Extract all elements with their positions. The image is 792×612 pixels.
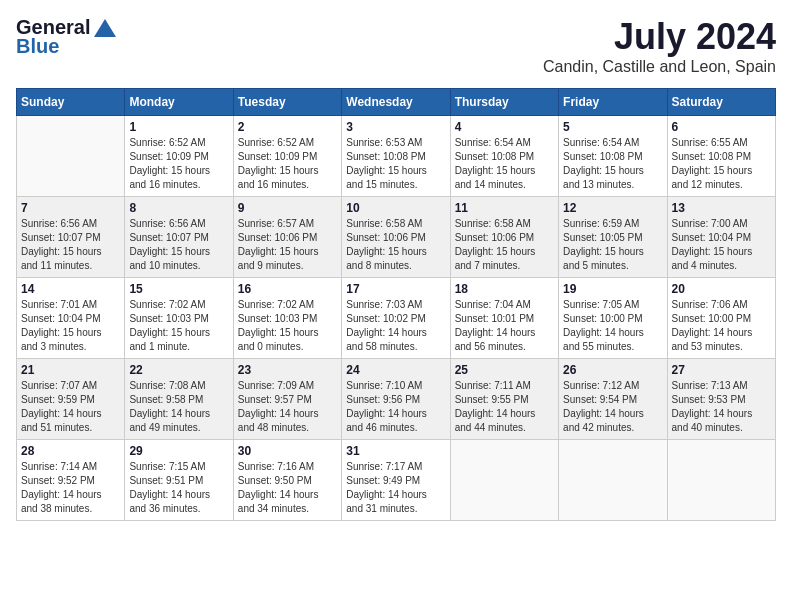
day-number: 19	[563, 282, 662, 296]
calendar-cell: 29Sunrise: 7:15 AMSunset: 9:51 PMDayligh…	[125, 440, 233, 521]
day-number: 18	[455, 282, 554, 296]
calendar-cell: 11Sunrise: 6:58 AMSunset: 10:06 PMDaylig…	[450, 197, 558, 278]
calendar-cell: 3Sunrise: 6:53 AMSunset: 10:08 PMDayligh…	[342, 116, 450, 197]
calendar-body: 1Sunrise: 6:52 AMSunset: 10:09 PMDayligh…	[17, 116, 776, 521]
calendar-header: SundayMondayTuesdayWednesdayThursdayFrid…	[17, 89, 776, 116]
title-block: July 2024 Candin, Castille and Leon, Spa…	[543, 16, 776, 84]
day-number: 10	[346, 201, 445, 215]
day-number: 28	[21, 444, 120, 458]
day-number: 27	[672, 363, 771, 377]
calendar-cell: 8Sunrise: 6:56 AMSunset: 10:07 PMDayligh…	[125, 197, 233, 278]
header-cell-tuesday: Tuesday	[233, 89, 341, 116]
calendar-table: SundayMondayTuesdayWednesdayThursdayFrid…	[16, 88, 776, 521]
calendar-cell: 20Sunrise: 7:06 AMSunset: 10:00 PMDaylig…	[667, 278, 775, 359]
day-number: 17	[346, 282, 445, 296]
day-info: Sunrise: 7:02 AMSunset: 10:03 PMDaylight…	[129, 298, 228, 354]
calendar-week-4: 21Sunrise: 7:07 AMSunset: 9:59 PMDayligh…	[17, 359, 776, 440]
day-number: 31	[346, 444, 445, 458]
calendar-cell: 18Sunrise: 7:04 AMSunset: 10:01 PMDaylig…	[450, 278, 558, 359]
day-number: 29	[129, 444, 228, 458]
calendar-cell: 4Sunrise: 6:54 AMSunset: 10:08 PMDayligh…	[450, 116, 558, 197]
day-info: Sunrise: 7:06 AMSunset: 10:00 PMDaylight…	[672, 298, 771, 354]
day-number: 22	[129, 363, 228, 377]
day-info: Sunrise: 7:11 AMSunset: 9:55 PMDaylight:…	[455, 379, 554, 435]
day-info: Sunrise: 6:57 AMSunset: 10:06 PMDaylight…	[238, 217, 337, 273]
day-number: 9	[238, 201, 337, 215]
day-info: Sunrise: 6:54 AMSunset: 10:08 PMDaylight…	[455, 136, 554, 192]
calendar-cell: 30Sunrise: 7:16 AMSunset: 9:50 PMDayligh…	[233, 440, 341, 521]
day-number: 6	[672, 120, 771, 134]
day-number: 30	[238, 444, 337, 458]
day-info: Sunrise: 7:07 AMSunset: 9:59 PMDaylight:…	[21, 379, 120, 435]
day-info: Sunrise: 6:53 AMSunset: 10:08 PMDaylight…	[346, 136, 445, 192]
calendar-cell: 15Sunrise: 7:02 AMSunset: 10:03 PMDaylig…	[125, 278, 233, 359]
day-info: Sunrise: 6:56 AMSunset: 10:07 PMDaylight…	[21, 217, 120, 273]
day-info: Sunrise: 7:13 AMSunset: 9:53 PMDaylight:…	[672, 379, 771, 435]
day-info: Sunrise: 7:02 AMSunset: 10:03 PMDaylight…	[238, 298, 337, 354]
logo-blue: Blue	[16, 35, 59, 58]
day-info: Sunrise: 6:54 AMSunset: 10:08 PMDaylight…	[563, 136, 662, 192]
day-info: Sunrise: 7:01 AMSunset: 10:04 PMDaylight…	[21, 298, 120, 354]
calendar-cell: 6Sunrise: 6:55 AMSunset: 10:08 PMDayligh…	[667, 116, 775, 197]
day-number: 14	[21, 282, 120, 296]
calendar-cell: 7Sunrise: 6:56 AMSunset: 10:07 PMDayligh…	[17, 197, 125, 278]
header-cell-friday: Friday	[559, 89, 667, 116]
calendar-cell: 24Sunrise: 7:10 AMSunset: 9:56 PMDayligh…	[342, 359, 450, 440]
calendar-cell	[559, 440, 667, 521]
day-info: Sunrise: 7:05 AMSunset: 10:00 PMDaylight…	[563, 298, 662, 354]
calendar-cell	[667, 440, 775, 521]
day-info: Sunrise: 7:12 AMSunset: 9:54 PMDaylight:…	[563, 379, 662, 435]
header-cell-sunday: Sunday	[17, 89, 125, 116]
calendar-week-3: 14Sunrise: 7:01 AMSunset: 10:04 PMDaylig…	[17, 278, 776, 359]
day-number: 15	[129, 282, 228, 296]
day-info: Sunrise: 6:58 AMSunset: 10:06 PMDaylight…	[455, 217, 554, 273]
calendar-cell: 17Sunrise: 7:03 AMSunset: 10:02 PMDaylig…	[342, 278, 450, 359]
calendar-cell: 2Sunrise: 6:52 AMSunset: 10:09 PMDayligh…	[233, 116, 341, 197]
header-row: SundayMondayTuesdayWednesdayThursdayFrid…	[17, 89, 776, 116]
day-number: 4	[455, 120, 554, 134]
day-number: 1	[129, 120, 228, 134]
header-cell-monday: Monday	[125, 89, 233, 116]
calendar-cell: 23Sunrise: 7:09 AMSunset: 9:57 PMDayligh…	[233, 359, 341, 440]
day-number: 25	[455, 363, 554, 377]
day-info: Sunrise: 7:14 AMSunset: 9:52 PMDaylight:…	[21, 460, 120, 516]
calendar-cell: 25Sunrise: 7:11 AMSunset: 9:55 PMDayligh…	[450, 359, 558, 440]
calendar-cell: 1Sunrise: 6:52 AMSunset: 10:09 PMDayligh…	[125, 116, 233, 197]
calendar-cell	[17, 116, 125, 197]
day-number: 13	[672, 201, 771, 215]
day-number: 23	[238, 363, 337, 377]
day-number: 7	[21, 201, 120, 215]
day-info: Sunrise: 6:58 AMSunset: 10:06 PMDaylight…	[346, 217, 445, 273]
day-info: Sunrise: 7:09 AMSunset: 9:57 PMDaylight:…	[238, 379, 337, 435]
day-info: Sunrise: 7:08 AMSunset: 9:58 PMDaylight:…	[129, 379, 228, 435]
day-info: Sunrise: 6:59 AMSunset: 10:05 PMDaylight…	[563, 217, 662, 273]
day-info: Sunrise: 7:15 AMSunset: 9:51 PMDaylight:…	[129, 460, 228, 516]
calendar-week-1: 1Sunrise: 6:52 AMSunset: 10:09 PMDayligh…	[17, 116, 776, 197]
day-number: 3	[346, 120, 445, 134]
calendar-cell: 28Sunrise: 7:14 AMSunset: 9:52 PMDayligh…	[17, 440, 125, 521]
calendar-week-5: 28Sunrise: 7:14 AMSunset: 9:52 PMDayligh…	[17, 440, 776, 521]
month-year-title: July 2024	[543, 16, 776, 58]
calendar-cell: 21Sunrise: 7:07 AMSunset: 9:59 PMDayligh…	[17, 359, 125, 440]
logo: General Blue	[16, 16, 116, 58]
calendar-cell: 26Sunrise: 7:12 AMSunset: 9:54 PMDayligh…	[559, 359, 667, 440]
day-number: 12	[563, 201, 662, 215]
day-info: Sunrise: 7:03 AMSunset: 10:02 PMDaylight…	[346, 298, 445, 354]
day-number: 11	[455, 201, 554, 215]
location-subtitle: Candin, Castille and Leon, Spain	[543, 58, 776, 76]
header-cell-saturday: Saturday	[667, 89, 775, 116]
day-number: 20	[672, 282, 771, 296]
calendar-cell: 12Sunrise: 6:59 AMSunset: 10:05 PMDaylig…	[559, 197, 667, 278]
calendar-cell	[450, 440, 558, 521]
day-info: Sunrise: 7:00 AMSunset: 10:04 PMDaylight…	[672, 217, 771, 273]
day-info: Sunrise: 6:56 AMSunset: 10:07 PMDaylight…	[129, 217, 228, 273]
calendar-cell: 22Sunrise: 7:08 AMSunset: 9:58 PMDayligh…	[125, 359, 233, 440]
day-number: 24	[346, 363, 445, 377]
day-number: 5	[563, 120, 662, 134]
day-info: Sunrise: 6:55 AMSunset: 10:08 PMDaylight…	[672, 136, 771, 192]
calendar-cell: 9Sunrise: 6:57 AMSunset: 10:06 PMDayligh…	[233, 197, 341, 278]
day-number: 21	[21, 363, 120, 377]
day-info: Sunrise: 7:16 AMSunset: 9:50 PMDaylight:…	[238, 460, 337, 516]
day-number: 8	[129, 201, 228, 215]
day-number: 26	[563, 363, 662, 377]
